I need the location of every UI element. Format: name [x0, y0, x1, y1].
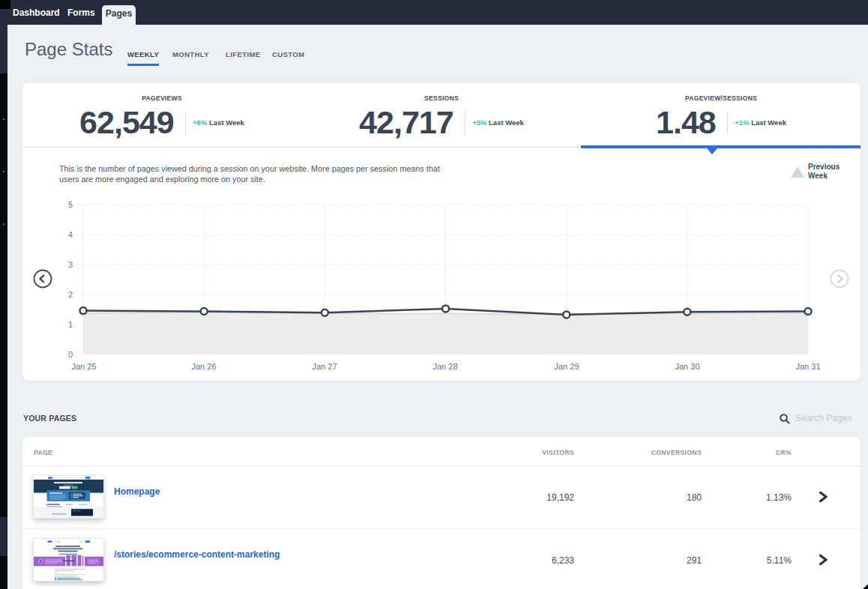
- svg-text:1: 1: [68, 320, 73, 329]
- svg-text:Jan 26: Jan 26: [191, 362, 216, 371]
- svg-text:Jan 30: Jan 30: [675, 362, 699, 371]
- svg-text:Jan 28: Jan 28: [433, 362, 457, 371]
- svg-text:Jan 25: Jan 25: [71, 362, 96, 371]
- svg-text:0: 0: [68, 350, 73, 359]
- svg-text:5: 5: [68, 200, 73, 209]
- svg-text:4: 4: [68, 230, 73, 239]
- svg-text:Jan 31: Jan 31: [795, 362, 820, 371]
- svg-text:3: 3: [68, 260, 73, 269]
- svg-text:Jan 27: Jan 27: [312, 362, 337, 371]
- svg-text:2: 2: [68, 290, 73, 299]
- svg-text:Jan 29: Jan 29: [554, 362, 579, 371]
